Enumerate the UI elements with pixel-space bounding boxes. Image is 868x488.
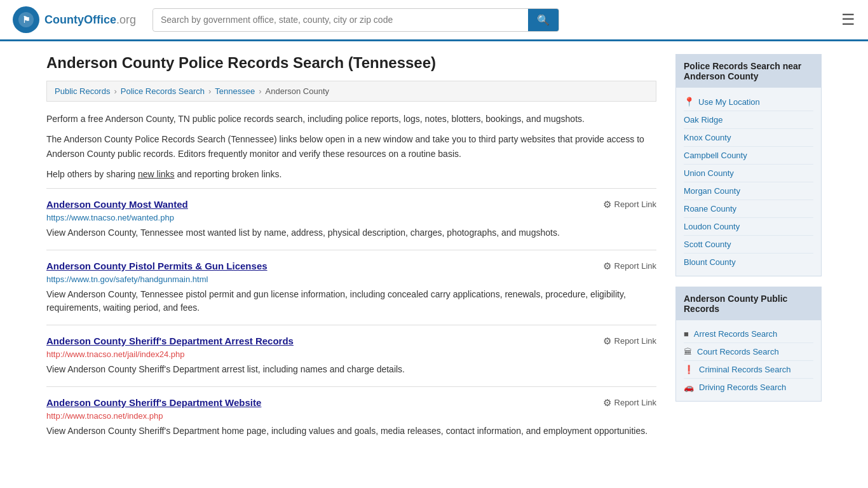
new-links-link[interactable]: new links xyxy=(138,169,175,179)
sidebar-link-scott-county-label: Scott County xyxy=(684,240,731,249)
breadcrumb-police-records[interactable]: Police Records Search xyxy=(121,86,205,96)
sidebar-link-oak-ridge-label: Oak Ridge xyxy=(684,115,722,125)
breadcrumb-sep-3: › xyxy=(259,86,261,96)
breadcrumb-tennessee[interactable]: Tennessee xyxy=(215,86,255,96)
location-pin-icon: 📍 xyxy=(684,97,695,107)
result-item-2: Anderson County Pistol Permits & Gun Lic… xyxy=(46,250,656,325)
sidebar-link-knox-county-label: Knox County xyxy=(684,133,731,142)
sidebar-link-arrest-records[interactable]: ■ Arrest Records Search xyxy=(684,325,813,343)
breadcrumb: Public Records › Police Records Search ›… xyxy=(46,81,656,102)
sidebar-link-blount-county-label: Blount County xyxy=(684,257,736,267)
arrest-records-label: Arrest Records Search xyxy=(694,329,778,339)
description-2: The Anderson County Police Records Searc… xyxy=(46,132,656,161)
result-desc-3: View Anderson County Sheriff's Departmen… xyxy=(46,363,656,376)
description-1: Perform a free Anderson County, TN publi… xyxy=(46,112,656,126)
breadcrumb-current: Anderson County xyxy=(266,86,329,96)
result-url-2[interactable]: https://www.tn.gov/safety/handgunmain.ht… xyxy=(46,274,656,284)
result-title-4[interactable]: Anderson County Sheriff's Department Web… xyxy=(46,397,261,408)
svg-text:⚑: ⚑ xyxy=(22,15,31,25)
result-title-3[interactable]: Anderson County Sheriff's Department Arr… xyxy=(46,336,294,346)
report-link-3[interactable]: ⚙ Report Link xyxy=(603,336,656,347)
sidebar-link-union-county-label: Union County xyxy=(684,168,734,178)
result-desc-2: View Anderson County, Tennessee pistol p… xyxy=(46,288,656,315)
result-header-3: Anderson County Sheriff's Department Arr… xyxy=(46,336,656,347)
search-input[interactable] xyxy=(153,10,528,30)
arrest-icon: ■ xyxy=(684,329,689,339)
result-title-2[interactable]: Anderson County Pistol Permits & Gun Lic… xyxy=(46,261,268,271)
report-label-1: Report Link xyxy=(614,200,656,209)
logo-area[interactable]: ⚑ CountyOffice.org xyxy=(13,6,140,33)
nearby-section: Police Records Search near Anderson Coun… xyxy=(675,54,822,276)
use-my-location-link[interactable]: 📍 Use My Location xyxy=(684,93,813,111)
sidebar-link-court-records[interactable]: 🏛 Court Records Search xyxy=(684,343,813,361)
sidebar-link-oak-ridge[interactable]: Oak Ridge xyxy=(684,111,813,129)
breadcrumb-sep-1: › xyxy=(114,86,116,96)
result-item-3: Anderson County Sheriff's Department Arr… xyxy=(46,325,656,386)
sidebar-link-loudon-county-label: Loudon County xyxy=(684,222,740,231)
result-desc-1: View Anderson County, Tennessee most wan… xyxy=(46,226,656,240)
report-link-4[interactable]: ⚙ Report Link xyxy=(603,397,656,409)
public-records-section-body: ■ Arrest Records Search 🏛 Court Records … xyxy=(676,320,821,401)
result-header-2: Anderson County Pistol Permits & Gun Lic… xyxy=(46,261,656,272)
sidebar-link-criminal-records[interactable]: ❗ Criminal Records Search xyxy=(684,361,813,379)
driving-icon: 🚗 xyxy=(684,383,694,392)
page-title: Anderson County Police Records Search (T… xyxy=(46,54,656,72)
sidebar-link-loudon-county[interactable]: Loudon County xyxy=(684,218,813,236)
court-records-label: Court Records Search xyxy=(697,347,779,356)
nearby-section-header: Police Records Search near Anderson Coun… xyxy=(676,55,821,88)
report-icon-3: ⚙ xyxy=(603,336,611,347)
search-button[interactable]: 🔍 xyxy=(528,9,559,31)
site-header: ⚑ CountyOffice.org 🔍 ☰ xyxy=(0,0,868,41)
report-label-4: Report Link xyxy=(614,398,656,407)
report-link-1[interactable]: ⚙ Report Link xyxy=(603,199,656,210)
result-header-4: Anderson County Sheriff's Department Web… xyxy=(46,397,656,409)
criminal-icon: ❗ xyxy=(684,365,694,374)
logo-text: CountyOffice.org xyxy=(44,13,136,27)
main-content: Anderson County Police Records Search (T… xyxy=(27,41,841,461)
result-url-3[interactable]: http://www.tnacso.net/jail/index24.php xyxy=(46,349,656,359)
result-header-1: Anderson County Most Wanted ⚙ Report Lin… xyxy=(46,199,656,210)
result-title-1[interactable]: Anderson County Most Wanted xyxy=(46,199,188,210)
sidebar-link-knox-county[interactable]: Knox County xyxy=(684,129,813,147)
court-icon: 🏛 xyxy=(684,347,692,356)
result-url-4[interactable]: http://www.tnacso.net/index.php xyxy=(46,411,656,421)
nearby-section-body: 📍 Use My Location Oak Ridge Knox County … xyxy=(676,88,821,276)
public-records-section: Anderson County Public Records ■ Arrest … xyxy=(675,287,822,402)
sidebar-link-scott-county[interactable]: Scott County xyxy=(684,236,813,254)
menu-icon[interactable]: ☰ xyxy=(841,11,855,29)
breadcrumb-sep-2: › xyxy=(208,86,211,96)
sidebar-link-campbell-county[interactable]: Campbell County xyxy=(684,147,813,165)
result-url-1[interactable]: https://www.tnacso.net/wanted.php xyxy=(46,213,656,222)
public-records-section-header: Anderson County Public Records xyxy=(676,287,821,320)
result-desc-4: View Anderson County Sheriff's Departmen… xyxy=(46,424,656,438)
report-label-3: Report Link xyxy=(614,336,656,346)
report-icon-1: ⚙ xyxy=(603,199,611,210)
report-link-2[interactable]: ⚙ Report Link xyxy=(603,261,656,272)
breadcrumb-public-records[interactable]: Public Records xyxy=(55,86,110,96)
right-column: Police Records Search near Anderson Coun… xyxy=(675,54,822,448)
sidebar-link-roane-county[interactable]: Roane County xyxy=(684,200,813,218)
left-column: Anderson County Police Records Search (T… xyxy=(46,54,656,448)
report-label-2: Report Link xyxy=(614,261,656,271)
use-my-location-label: Use My Location xyxy=(698,97,760,107)
search-bar[interactable]: 🔍 xyxy=(153,8,559,32)
driving-records-label: Driving Records Search xyxy=(699,383,786,392)
sidebar-link-roane-county-label: Roane County xyxy=(684,204,736,214)
sidebar-link-campbell-county-label: Campbell County xyxy=(684,151,747,160)
sidebar-link-blount-county[interactable]: Blount County xyxy=(684,254,813,271)
sidebar-link-morgan-county[interactable]: Morgan County xyxy=(684,182,813,200)
result-item-4: Anderson County Sheriff's Department Web… xyxy=(46,386,656,448)
report-icon-2: ⚙ xyxy=(603,261,611,272)
sidebar-link-morgan-county-label: Morgan County xyxy=(684,186,740,196)
result-item-1: Anderson County Most Wanted ⚙ Report Lin… xyxy=(46,188,656,250)
logo-icon: ⚑ xyxy=(13,6,39,33)
sidebar-link-driving-records[interactable]: 🚗 Driving Records Search xyxy=(684,379,813,396)
report-icon-4: ⚙ xyxy=(603,397,611,409)
sidebar-link-union-county[interactable]: Union County xyxy=(684,165,813,182)
criminal-records-label: Criminal Records Search xyxy=(699,365,791,374)
description-3: Help others by sharing new links and rep… xyxy=(46,167,656,181)
